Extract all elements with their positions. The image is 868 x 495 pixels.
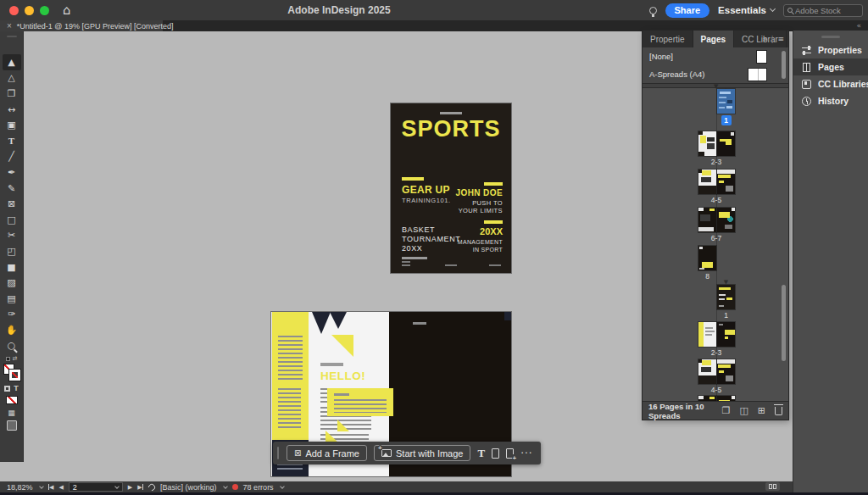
page-thumbnail[interactable] <box>698 359 716 384</box>
fill-stroke-swatches[interactable] <box>3 364 20 381</box>
direct-selection-tool[interactable]: △ <box>3 70 21 86</box>
apply-color-icon[interactable]: ▦ <box>8 409 15 417</box>
window-close-button[interactable] <box>9 6 19 15</box>
page-label[interactable]: 1 <box>717 311 735 320</box>
panel-tab[interactable]: Propertie <box>643 31 693 47</box>
page-thumbnail[interactable] <box>698 208 716 232</box>
page-label[interactable]: 2-3 <box>698 348 735 357</box>
delete-page-icon[interactable] <box>775 407 782 415</box>
swap-fill-stroke-icon[interactable]: ⇄ <box>13 357 18 361</box>
page-thumbnail-1-selected[interactable] <box>717 89 735 114</box>
close-icon[interactable]: × <box>7 21 12 31</box>
document-page-sports-cover[interactable]: SPORTS GEAR UP TRAINING101. JOHN DOE PUS… <box>391 103 511 273</box>
page-thumbnail[interactable] <box>698 322 716 347</box>
taskbar-grip[interactable] <box>277 447 279 459</box>
page-label[interactable]: 4-5 <box>698 196 735 204</box>
page-thumbnail[interactable] <box>698 246 716 270</box>
rectangle-frame-tool[interactable]: ⊠ <box>3 196 21 212</box>
page-label[interactable]: 4-5 <box>698 386 735 394</box>
page-thumbnail[interactable] <box>717 170 735 194</box>
search-input[interactable] <box>795 6 854 15</box>
page-label[interactable]: 8 <box>698 272 716 281</box>
scissors-tool[interactable]: ✂ <box>3 228 21 244</box>
preset-chevron-icon[interactable] <box>223 484 228 489</box>
page-thumbnail[interactable] <box>717 208 735 232</box>
note-tool[interactable]: ▤ <box>3 291 21 307</box>
errors-chevron-icon[interactable] <box>280 484 285 489</box>
formatting-affects-container-icon[interactable] <box>4 386 10 392</box>
panel-menu-icon[interactable]: ≡ <box>777 35 784 43</box>
eyedropper-tool[interactable]: ✑ <box>3 307 21 323</box>
rectangle-tool[interactable]: □ <box>3 212 21 228</box>
page-thumbnail[interactable] <box>717 322 735 347</box>
selection-tool[interactable]: ▲ <box>3 54 21 70</box>
preflight-icon[interactable] <box>147 482 156 492</box>
page-label[interactable]: 2-3 <box>698 158 735 166</box>
page-thumbnail[interactable] <box>698 170 716 194</box>
discover-lightbulb-icon[interactable] <box>649 7 657 14</box>
window-zoom-button[interactable] <box>40 6 49 15</box>
collapse-panels-icon[interactable]: « <box>856 21 861 30</box>
zoom-chevron-icon[interactable] <box>39 484 44 489</box>
create-new-page-icon[interactable]: ⊞ <box>758 405 765 416</box>
error-count[interactable]: 78 errors <box>243 483 274 492</box>
master-page-row[interactable]: A-Spreads (A4) <box>643 65 788 83</box>
panel-overflow-icon[interactable]: » <box>763 35 768 43</box>
spread-row-6-7[interactable]: 6-7 <box>643 208 788 247</box>
hand-tool[interactable]: ✋ <box>3 322 21 338</box>
default-fill-stroke-icon[interactable]: ⇄ <box>6 357 18 361</box>
add-frame-button[interactable]: ⊠ Add a Frame <box>287 445 367 461</box>
page-thumbnail[interactable] <box>698 131 716 156</box>
panel-tab[interactable]: Pages <box>693 31 734 47</box>
page-label[interactable]: 1 <box>717 115 735 125</box>
first-page-button[interactable]: ◀ <box>48 484 54 491</box>
formatting-affects-text-icon[interactable]: T <box>14 384 19 392</box>
page-thumbnail[interactable] <box>717 285 735 309</box>
pages-scrollbar[interactable] <box>782 285 786 361</box>
page-row-1[interactable]: ▼ 1 <box>643 89 788 128</box>
page-chevron-icon[interactable] <box>114 484 120 489</box>
more-options-icon[interactable]: ··· <box>520 448 532 459</box>
page-tool[interactable]: ❐ <box>3 86 21 102</box>
last-page-button[interactable]: ▶ <box>137 484 143 491</box>
add-text-icon[interactable]: T <box>477 447 485 460</box>
preflight-preset[interactable]: [Basic] (working) <box>160 483 217 492</box>
page-row-1b[interactable]: ▼ 1 <box>643 285 788 324</box>
pen-tool[interactable]: ✒ <box>3 164 21 181</box>
next-page-button[interactable]: ▶ <box>128 484 132 491</box>
zoom-tool[interactable]: ○ <box>3 338 21 354</box>
zoom-level[interactable]: 18,82% <box>7 483 33 492</box>
spread-row-4-5[interactable]: 4-5 <box>643 170 788 209</box>
page-thumbnail[interactable] <box>717 359 735 384</box>
document-tab[interactable]: × *Untitled-1 @ 19% [GPU Preview] [Conve… <box>0 20 163 31</box>
previous-page-button[interactable]: ◀ <box>58 484 63 491</box>
page-label[interactable]: 6-7 <box>698 234 735 242</box>
add-page-plus-icon[interactable] <box>506 448 514 459</box>
screen-mode-button[interactable] <box>7 420 17 431</box>
master-page-row[interactable]: [None] <box>643 47 788 65</box>
adjust-layout-icon[interactable]: ◫ <box>739 405 748 416</box>
spread-row-2-3b[interactable]: 2-3 <box>643 322 788 361</box>
spread-row-2-3[interactable]: 2-3 <box>643 131 788 170</box>
dock-grip[interactable] <box>821 36 840 38</box>
gap-tool[interactable]: ↔ <box>3 102 21 118</box>
stroke-swatch-none[interactable] <box>9 370 20 381</box>
gradient-feather-tool[interactable]: ▨ <box>3 275 21 291</box>
start-with-image-button[interactable]: Start with Image <box>374 445 470 461</box>
home-icon[interactable]: ⌂ <box>63 0 71 20</box>
add-page-icon[interactable] <box>492 448 499 459</box>
page-thumbnail[interactable] <box>717 131 735 156</box>
free-transform-tool[interactable]: ◰ <box>3 243 21 259</box>
Properties[interactable]: Properties <box>793 42 868 58</box>
masters-scrollbar[interactable] <box>782 51 786 79</box>
panel-grip[interactable] <box>7 36 17 37</box>
workspace-switcher[interactable]: Essentials <box>718 5 775 15</box>
apply-none-button[interactable] <box>6 396 18 404</box>
Pages[interactable]: Pages <box>793 58 868 75</box>
edit-page-size-icon[interactable]: ❐ <box>722 405 731 416</box>
content-collector-tool[interactable]: ▣ <box>3 117 21 133</box>
pencil-tool[interactable]: ✎ <box>3 181 21 197</box>
share-button[interactable]: Share <box>665 3 710 18</box>
page-number-field[interactable]: 2 <box>69 482 123 492</box>
spread-view-icon[interactable] <box>765 482 780 491</box>
